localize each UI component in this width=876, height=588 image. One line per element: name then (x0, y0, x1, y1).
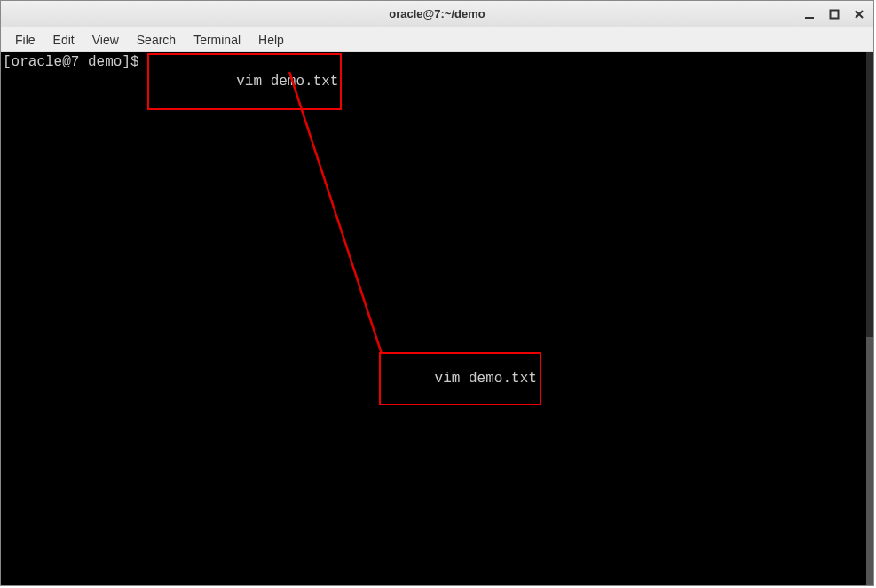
menu-view[interactable]: View (83, 29, 128, 51)
callout-box: vim demo.txt (379, 352, 541, 405)
maximize-icon (829, 9, 840, 20)
maximize-button[interactable] (827, 7, 841, 21)
titlebar: oracle@7:~/demo (1, 1, 873, 27)
prompt-text: [oracle@7 demo]$ (3, 53, 147, 110)
menubar: File Edit View Search Terminal Help (1, 27, 873, 52)
window-title: oracle@7:~/demo (389, 7, 485, 20)
terminal-window: oracle@7:~/demo File Edit View (0, 0, 874, 586)
scrollbar-handle[interactable] (866, 337, 873, 585)
prompt-line: [oracle@7 demo]$ vim demo.txt (3, 53, 864, 110)
menu-file[interactable]: File (6, 29, 44, 51)
callout-text: vim demo.txt (435, 371, 537, 387)
menu-edit[interactable]: Edit (44, 29, 83, 51)
command-highlight-box: vim demo.txt (147, 53, 342, 110)
scrollbar[interactable] (866, 52, 873, 585)
close-button[interactable] (852, 7, 866, 21)
window-controls (802, 7, 866, 21)
minimize-icon (804, 9, 815, 20)
menu-help[interactable]: Help (249, 29, 293, 51)
minimize-button[interactable] (802, 7, 817, 21)
close-icon (854, 9, 864, 20)
command-text: vim demo.txt (236, 74, 338, 90)
menu-terminal[interactable]: Terminal (185, 29, 249, 51)
terminal-area[interactable]: [oracle@7 demo]$ vim demo.txt vim demo.t… (1, 52, 873, 585)
terminal-content: [oracle@7 demo]$ vim demo.txt (1, 52, 866, 585)
svg-rect-1 (831, 10, 839, 18)
menu-search[interactable]: Search (128, 29, 185, 51)
